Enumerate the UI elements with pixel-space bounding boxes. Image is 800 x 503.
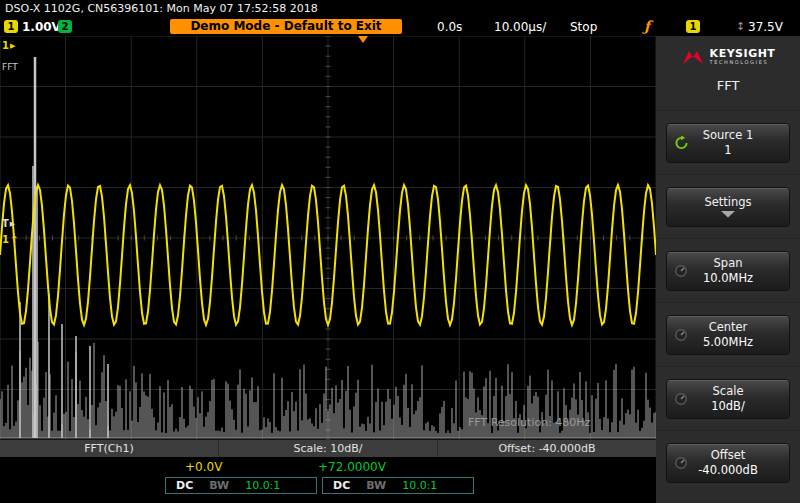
fft-offset-label: Offset: -40.000dB bbox=[438, 440, 656, 457]
softkey-value: 10dB/ bbox=[711, 399, 745, 413]
ch1-bandwidth-limit: BW bbox=[209, 479, 229, 492]
ch1-coupling: DC bbox=[176, 479, 193, 492]
fft-source-label: FFT(Ch1) bbox=[0, 440, 219, 457]
trigger-position-marker[interactable] bbox=[358, 36, 368, 43]
waveform-display: 1 ▶ FFT T ▶ 1 ↑ FFT Resolution: 480Hz bbox=[0, 36, 656, 440]
ch1-badge[interactable]: 1 bbox=[4, 20, 18, 33]
brand-subtitle: TECHNOLOGIES bbox=[710, 60, 776, 66]
ch1-probe-ratio: 10.0:1 bbox=[245, 479, 280, 492]
ch1-ground-label: 1 bbox=[2, 234, 9, 245]
ch2-badge[interactable]: 2 bbox=[58, 20, 72, 33]
ch2-probe-ratio: 10.0:1 bbox=[402, 479, 437, 492]
softkey-value: 5.00MHz bbox=[703, 335, 753, 349]
softkey-scale[interactable]: Scale 10dB/ bbox=[666, 379, 790, 419]
menu-title: FFT bbox=[656, 78, 800, 93]
softkey-label: Span bbox=[714, 256, 743, 270]
softkey-offset[interactable]: Offset -40.000dB bbox=[666, 443, 790, 483]
arrow-down-icon bbox=[719, 210, 737, 218]
ch2-coupling: DC bbox=[333, 479, 350, 492]
softkey-center[interactable]: Center 5.00MHz bbox=[666, 315, 790, 355]
trigger-level-arrow-icon: ↕ bbox=[736, 20, 745, 33]
softkey-span[interactable]: Span 10.0MHz bbox=[666, 251, 790, 291]
ch1-reference-marker[interactable]: 1 ▶ bbox=[2, 40, 15, 51]
ch1-offset-readout: +0.0V bbox=[185, 460, 222, 474]
trigger-level-marker[interactable]: T ▶ bbox=[2, 218, 15, 229]
ch1-marker-label: 1 bbox=[2, 40, 9, 51]
knob-icon bbox=[674, 456, 688, 470]
ch1-ground-marker[interactable]: 1 ↑ bbox=[2, 234, 18, 245]
fft-trace-label: FFT bbox=[2, 62, 18, 72]
demo-mode-banner: Demo Mode - Default to Exit bbox=[170, 19, 402, 34]
rotate-icon bbox=[674, 135, 689, 150]
knob-icon bbox=[674, 328, 688, 342]
softkey-section: Settings bbox=[656, 174, 800, 238]
device-title: DSO-X 1102G, CN56396101: Mon May 07 17:5… bbox=[5, 2, 318, 15]
softkey-label: Offset bbox=[711, 448, 746, 462]
softkey-label: Source 1 bbox=[703, 128, 753, 142]
fft-scale-label: Scale: 10dB/ bbox=[219, 440, 438, 457]
fft-status-bar: FFT(Ch1) Scale: 10dB/ Offset: -40.000dB bbox=[0, 440, 656, 457]
softkey-label: Scale bbox=[713, 384, 744, 398]
softkey-section: Center 5.00MHz bbox=[656, 302, 800, 366]
softkey-source[interactable]: Source 1 1 bbox=[666, 123, 790, 163]
knob-icon bbox=[674, 392, 688, 406]
softkey-label: Center bbox=[709, 320, 748, 334]
softkey-section: Source 1 1 bbox=[656, 110, 800, 174]
ch2-info-box[interactable]: DC BW 10.0:1 bbox=[322, 477, 474, 494]
softkey-settings[interactable]: Settings bbox=[666, 187, 790, 227]
ch2-offset-readout: +72.0000V bbox=[318, 460, 386, 474]
oscilloscope-screen: DSO-X 1102G, CN56396101: Mon May 07 17:5… bbox=[0, 0, 800, 503]
softkey-value: -40.000dB bbox=[698, 463, 758, 477]
knob-icon bbox=[674, 264, 688, 278]
channel-readout-bar: +0.0V +72.0000V DC BW 10.0:1 DC BW 10.0:… bbox=[0, 457, 656, 503]
trigger-level-readout: 37.5V bbox=[748, 20, 783, 34]
trigger-edge-icon: ƒ bbox=[644, 18, 650, 34]
ch2-bandwidth-limit: BW bbox=[366, 479, 386, 492]
softkey-value: 1 bbox=[724, 143, 731, 157]
time-position-readout: 0.0s bbox=[437, 20, 462, 34]
keysight-logo: KEYSIGHT TECHNOLOGIES bbox=[656, 48, 800, 66]
softkey-section: Scale 10dB/ bbox=[656, 366, 800, 430]
softkey-area: Source 1 1 Settings bbox=[656, 110, 800, 494]
timebase-scale-readout: 10.00µs/ bbox=[494, 20, 546, 34]
fft-resolution-text: FFT Resolution: 480Hz bbox=[468, 416, 590, 429]
right-arrow-icon: ▶ bbox=[10, 42, 15, 50]
scope-canvas bbox=[0, 36, 656, 440]
title-bar: DSO-X 1102G, CN56396101: Mon May 07 17:5… bbox=[0, 0, 800, 18]
softkey-menu: KEYSIGHT TECHNOLOGIES FFT Source 1 1 bbox=[656, 36, 800, 503]
right-arrow-icon: ▶ bbox=[10, 220, 15, 228]
trigger-source-badge: 1 bbox=[686, 20, 700, 33]
trigger-marker-label: T bbox=[2, 218, 9, 229]
up-arrow-icon: ↑ bbox=[10, 234, 18, 245]
keysight-mark-icon bbox=[681, 49, 705, 65]
softkey-section: Span 10.0MHz bbox=[656, 238, 800, 302]
status-bar: 1 1.00V/ 2 Demo Mode - Default to Exit 0… bbox=[0, 18, 800, 36]
ch1-info-box[interactable]: DC BW 10.0:1 bbox=[165, 477, 317, 494]
softkey-value: 10.0MHz bbox=[703, 271, 753, 285]
softkey-label: Settings bbox=[704, 195, 751, 209]
softkey-section: Offset -40.000dB bbox=[656, 430, 800, 494]
acquisition-status: Stop bbox=[570, 20, 597, 34]
